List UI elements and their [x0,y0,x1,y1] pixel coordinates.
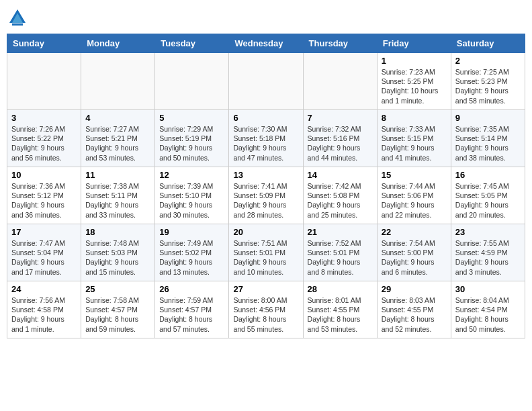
day-number: 10 [11,170,77,180]
day-number: 1 [382,56,447,66]
calendar-cell: 22Sunrise: 7:54 AM Sunset: 5:00 PM Dayli… [377,224,451,281]
weekday-header-monday: Monday [81,34,155,53]
day-number: 8 [382,113,447,123]
day-info: Sunrise: 7:45 AM Sunset: 5:05 PM Dayligh… [455,181,521,220]
calendar-cell: 30Sunrise: 8:04 AM Sunset: 4:54 PM Dayli… [451,281,525,338]
calendar-header-row: SundayMondayTuesdayWednesdayThursdayFrid… [7,34,525,53]
day-number: 24 [11,284,77,294]
calendar-cell: 19Sunrise: 7:49 AM Sunset: 5:02 PM Dayli… [155,224,229,281]
calendar-cell [229,53,303,110]
day-info: Sunrise: 7:55 AM Sunset: 4:59 PM Dayligh… [455,238,521,277]
day-info: Sunrise: 8:00 AM Sunset: 4:56 PM Dayligh… [233,295,298,334]
day-info: Sunrise: 7:54 AM Sunset: 5:00 PM Dayligh… [382,238,447,277]
day-info: Sunrise: 7:25 AM Sunset: 5:23 PM Dayligh… [455,67,521,105]
weekday-header-saturday: Saturday [451,34,525,53]
calendar-cell: 3Sunrise: 7:26 AM Sunset: 5:22 PM Daylig… [7,110,81,167]
calendar-cell: 1Sunrise: 7:23 AM Sunset: 5:25 PM Daylig… [377,53,451,110]
day-number: 9 [455,113,521,123]
day-info: Sunrise: 7:52 AM Sunset: 5:01 PM Dayligh… [308,238,373,277]
weekday-header-sunday: Sunday [7,34,81,53]
day-number: 2 [455,56,521,66]
day-number: 25 [85,284,150,294]
day-info: Sunrise: 7:27 AM Sunset: 5:21 PM Dayligh… [85,124,150,163]
calendar-week-2: 3Sunrise: 7:26 AM Sunset: 5:22 PM Daylig… [7,110,525,167]
day-number: 14 [308,170,373,180]
day-info: Sunrise: 7:59 AM Sunset: 4:57 PM Dayligh… [159,295,224,334]
day-info: Sunrise: 7:39 AM Sunset: 5:10 PM Dayligh… [159,181,224,220]
calendar-cell: 24Sunrise: 7:56 AM Sunset: 4:58 PM Dayli… [7,281,81,338]
calendar-cell: 2Sunrise: 7:25 AM Sunset: 5:23 PM Daylig… [451,53,525,110]
day-number: 21 [308,227,373,237]
day-number: 26 [159,284,224,294]
calendar-cell: 14Sunrise: 7:42 AM Sunset: 5:08 PM Dayli… [303,167,377,224]
day-info: Sunrise: 7:33 AM Sunset: 5:15 PM Dayligh… [382,124,447,163]
day-info: Sunrise: 7:49 AM Sunset: 5:02 PM Dayligh… [159,238,224,277]
weekday-header-thursday: Thursday [303,34,377,53]
calendar-cell [7,53,81,110]
calendar-cell: 25Sunrise: 7:58 AM Sunset: 4:57 PM Dayli… [81,281,155,338]
day-info: Sunrise: 7:51 AM Sunset: 5:01 PM Dayligh… [233,238,298,277]
weekday-header-wednesday: Wednesday [229,34,303,53]
calendar-cell: 4Sunrise: 7:27 AM Sunset: 5:21 PM Daylig… [81,110,155,167]
day-info: Sunrise: 7:26 AM Sunset: 5:22 PM Dayligh… [11,124,77,163]
calendar-cell [303,53,377,110]
calendar: SundayMondayTuesdayWednesdayThursdayFrid… [7,34,525,338]
logo [7,7,31,28]
day-info: Sunrise: 7:41 AM Sunset: 5:09 PM Dayligh… [233,181,298,220]
day-number: 29 [382,284,447,294]
calendar-cell: 5Sunrise: 7:29 AM Sunset: 5:19 PM Daylig… [155,110,229,167]
day-number: 22 [382,227,447,237]
day-number: 16 [455,170,521,180]
calendar-week-1: 1Sunrise: 7:23 AM Sunset: 5:25 PM Daylig… [7,53,525,110]
day-number: 30 [455,284,521,294]
day-info: Sunrise: 7:38 AM Sunset: 5:11 PM Dayligh… [85,181,150,220]
calendar-cell: 17Sunrise: 7:47 AM Sunset: 5:04 PM Dayli… [7,224,81,281]
day-info: Sunrise: 8:03 AM Sunset: 4:55 PM Dayligh… [382,295,447,334]
calendar-cell: 12Sunrise: 7:39 AM Sunset: 5:10 PM Dayli… [155,167,229,224]
day-number: 20 [233,227,298,237]
day-number: 3 [11,113,77,123]
calendar-cell: 28Sunrise: 8:01 AM Sunset: 4:55 PM Dayli… [303,281,377,338]
calendar-cell: 8Sunrise: 7:33 AM Sunset: 5:15 PM Daylig… [377,110,451,167]
calendar-cell: 11Sunrise: 7:38 AM Sunset: 5:11 PM Dayli… [81,167,155,224]
day-info: Sunrise: 7:35 AM Sunset: 5:14 PM Dayligh… [455,124,521,163]
logo-icon [7,7,28,28]
weekday-header-friday: Friday [377,34,451,53]
day-number: 11 [85,170,150,180]
day-info: Sunrise: 7:44 AM Sunset: 5:06 PM Dayligh… [382,181,447,220]
day-number: 13 [233,170,298,180]
day-info: Sunrise: 7:42 AM Sunset: 5:08 PM Dayligh… [308,181,373,220]
day-number: 18 [85,227,150,237]
day-info: Sunrise: 7:36 AM Sunset: 5:12 PM Dayligh… [11,181,77,220]
calendar-cell: 21Sunrise: 7:52 AM Sunset: 5:01 PM Dayli… [303,224,377,281]
day-number: 28 [308,284,373,294]
calendar-cell: 20Sunrise: 7:51 AM Sunset: 5:01 PM Dayli… [229,224,303,281]
calendar-cell: 27Sunrise: 8:00 AM Sunset: 4:56 PM Dayli… [229,281,303,338]
day-info: Sunrise: 7:47 AM Sunset: 5:04 PM Dayligh… [11,238,77,277]
calendar-cell [155,53,229,110]
calendar-week-5: 24Sunrise: 7:56 AM Sunset: 4:58 PM Dayli… [7,281,525,338]
day-number: 5 [159,113,224,123]
day-number: 15 [382,170,447,180]
calendar-week-3: 10Sunrise: 7:36 AM Sunset: 5:12 PM Dayli… [7,167,525,224]
calendar-cell: 16Sunrise: 7:45 AM Sunset: 5:05 PM Dayli… [451,167,525,224]
day-info: Sunrise: 8:01 AM Sunset: 4:55 PM Dayligh… [308,295,373,334]
day-number: 17 [11,227,77,237]
day-info: Sunrise: 7:58 AM Sunset: 4:57 PM Dayligh… [85,295,150,334]
header [7,7,525,28]
day-number: 23 [455,227,521,237]
calendar-cell [81,53,155,110]
day-number: 19 [159,227,224,237]
day-number: 7 [308,113,373,123]
day-number: 4 [85,113,150,123]
weekday-header-tuesday: Tuesday [155,34,229,53]
calendar-cell: 13Sunrise: 7:41 AM Sunset: 5:09 PM Dayli… [229,167,303,224]
day-info: Sunrise: 7:29 AM Sunset: 5:19 PM Dayligh… [159,124,224,163]
calendar-cell: 29Sunrise: 8:03 AM Sunset: 4:55 PM Dayli… [377,281,451,338]
calendar-cell: 15Sunrise: 7:44 AM Sunset: 5:06 PM Dayli… [377,167,451,224]
day-number: 27 [233,284,298,294]
calendar-cell: 9Sunrise: 7:35 AM Sunset: 5:14 PM Daylig… [451,110,525,167]
day-info: Sunrise: 7:56 AM Sunset: 4:58 PM Dayligh… [11,295,77,334]
calendar-cell: 6Sunrise: 7:30 AM Sunset: 5:18 PM Daylig… [229,110,303,167]
day-number: 12 [159,170,224,180]
